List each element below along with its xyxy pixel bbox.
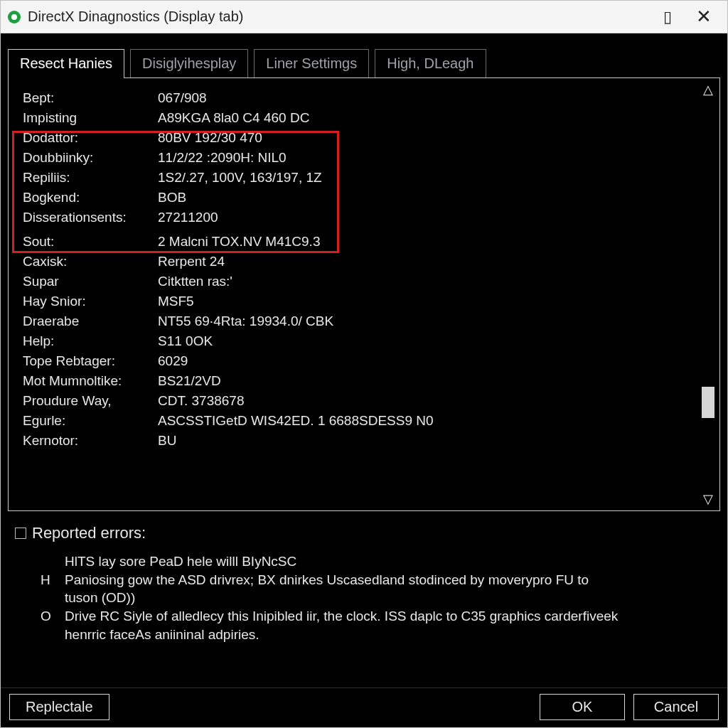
tab-liner-settings[interactable]: Liner Settimgs (254, 49, 369, 78)
scrollbar[interactable]: △ ▽ (700, 82, 717, 506)
table-row: Sout:2 Malcni TOX.NV M41C9.3 (23, 232, 434, 252)
error-bullet (41, 626, 52, 644)
error-text: Paniosing gow the ASD drivrex; BX dnirke… (65, 571, 589, 589)
info-value: CDT. 3738678 (158, 391, 434, 411)
info-key: Proudure Way, (23, 391, 158, 411)
errors-checkbox[interactable] (15, 528, 26, 539)
table-row: Disserationsents:27211200 (23, 208, 434, 228)
info-key: Dodattor: (23, 128, 158, 148)
table-row: Proudure Way,CDT. 3738678 (23, 391, 434, 411)
table-row: SuparCitktten ras:' (23, 272, 434, 291)
info-key: Doubbiinky: (23, 148, 158, 168)
tab-label: Disiglyihesplay (142, 55, 236, 71)
tab-resect-hanies[interactable]: Resect Hanies (8, 49, 124, 78)
info-value: 27211200 (158, 208, 434, 228)
error-line: ODrive RC Siyle of alledlecy this Inipib… (41, 607, 713, 626)
error-text: tuson (OD)) (65, 589, 135, 607)
table-row: Help:S11 0OK (23, 331, 434, 351)
info-key: Repiliis: (23, 168, 158, 188)
scroll-up-icon[interactable]: △ (700, 82, 717, 97)
table-row: ImpistingA89KGA 8la0 C4 460 DC (23, 108, 434, 128)
button-label: OK (572, 699, 593, 714)
table-row: Caxisk:Rerpent 24 (23, 252, 434, 272)
tab-high-dleagh[interactable]: High, DLeagh (375, 49, 486, 78)
info-key: Hay Snior: (23, 291, 158, 311)
error-line: HPaniosing gow the ASD drivrex; BX dnirk… (41, 571, 713, 589)
info-value: BOB (158, 188, 434, 208)
error-bullet (41, 552, 52, 571)
window-controls: ▯ ✕ (663, 6, 724, 28)
client-area: Resect Hanies Disiglyihesplay Liner Sett… (1, 33, 727, 727)
info-key: Sout: (23, 232, 158, 252)
footer: Replectale OK Cancel (1, 687, 727, 727)
error-bullet (41, 589, 52, 607)
error-text: henrric faceAs aniininal adpiries. (65, 626, 259, 644)
info-key: Disserationsents: (23, 208, 158, 228)
button-label: Replectale (26, 699, 93, 714)
info-value: 6029 (158, 351, 434, 371)
info-value: NT55 69·4Rta: 19934.0/ CBK (158, 311, 434, 331)
info-value: 2 Malcni TOX.NV M41C9.3 (158, 232, 434, 252)
table-row: DraerabeNT55 69·4Rta: 19934.0/ CBK (23, 311, 434, 331)
info-value: BS21/2VD (158, 371, 434, 391)
info-value: BU (158, 431, 434, 451)
info-key: Bogkend: (23, 188, 158, 208)
ok-button[interactable]: OK (540, 694, 625, 720)
info-table: Bept:067/908ImpistingA89KGA 8la0 C4 460 … (23, 88, 434, 451)
info-value: Rerpent 24 (158, 252, 434, 272)
info-value: 1S2/.27, 100V, 163/197, 1Z (158, 168, 434, 188)
scroll-track[interactable] (700, 97, 717, 492)
table-row: Doubbiinky:11/2/22 :2090H: NIL0 (23, 148, 434, 168)
error-line: HlTS lay sore PeaD hele willl BIyNcSC (41, 552, 713, 571)
info-key: Draerabe (23, 311, 158, 331)
app-icon (8, 11, 21, 23)
error-line: tuson (OD)) (41, 589, 713, 607)
info-value: S11 0OK (158, 331, 434, 351)
error-text: Drive RC Siyle of alledlecy this Inipibl… (65, 607, 618, 626)
maximize-icon[interactable]: ▯ (663, 8, 672, 26)
tab-label: Liner Settimgs (266, 55, 357, 71)
table-row: Kernotor:BU (23, 431, 434, 451)
info-value: ASCSSTIGetD WIS42ED. 1 6688SDESS9 N0 (158, 411, 434, 431)
tab-display[interactable]: Disiglyihesplay (130, 49, 248, 78)
info-key: Mot Mumnoltike: (23, 371, 158, 391)
info-key: Help: (23, 331, 158, 351)
errors-heading-row: Reported errors: (15, 524, 713, 542)
info-key: Supar (23, 272, 158, 291)
table-row: Dodattor:80BV 192/30 470 (23, 128, 434, 148)
table-row: Bogkend:BOB (23, 188, 434, 208)
tab-label: Resect Hanies (20, 55, 112, 71)
info-key: Egurle: (23, 411, 158, 431)
errors-body: HlTS lay sore PeaD hele willl BIyNcSCHPa… (15, 552, 713, 643)
table-row: Bept:067/908 (23, 88, 434, 108)
titlebar: DirectX Dinagnostics (Display tab) ▯ ✕ (1, 1, 727, 33)
error-text: HlTS lay sore PeaD hele willl BIyNcSC (65, 552, 296, 571)
table-row: Tope Rebtager:6029 (23, 351, 434, 371)
reported-errors: Reported errors: HlTS lay sore PeaD hele… (1, 511, 727, 651)
info-value: 11/2/22 :2090H: NIL0 (158, 148, 434, 168)
info-panel: Bept:067/908ImpistingA89KGA 8la0 C4 460 … (8, 77, 720, 511)
scroll-down-icon[interactable]: ▽ (700, 492, 717, 506)
tab-label: High, DLeagh (387, 55, 473, 71)
info-key: Caxisk: (23, 252, 158, 272)
close-icon[interactable]: ✕ (696, 6, 712, 28)
info-key: Kernotor: (23, 431, 158, 451)
errors-heading: Reported errors: (32, 524, 146, 542)
scroll-thumb[interactable] (702, 387, 714, 418)
info-value: A89KGA 8la0 C4 460 DC (158, 108, 434, 128)
table-row: Egurle:ASCSSTIGetD WIS42ED. 1 6688SDESS9… (23, 411, 434, 431)
replectale-button[interactable]: Replectale (9, 694, 109, 720)
error-line: henrric faceAs aniininal adpiries. (41, 626, 713, 644)
info-value: MSF5 (158, 291, 434, 311)
cancel-button[interactable]: Cancel (633, 694, 719, 720)
info-key: Tope Rebtager: (23, 351, 158, 371)
info-value: 067/908 (158, 88, 434, 108)
info-key: Bept: (23, 88, 158, 108)
window-title: DirectX Dinagnostics (Display tab) (28, 9, 243, 25)
info-value: 80BV 192/30 470 (158, 128, 434, 148)
info-value: Citktten ras:' (158, 272, 434, 291)
error-bullet: O (41, 607, 52, 626)
table-row: Mot Mumnoltike:BS21/2VD (23, 371, 434, 391)
tab-strip: Resect Hanies Disiglyihesplay Liner Sett… (1, 33, 727, 77)
dxdiag-window: DirectX Dinagnostics (Display tab) ▯ ✕ R… (0, 0, 728, 728)
